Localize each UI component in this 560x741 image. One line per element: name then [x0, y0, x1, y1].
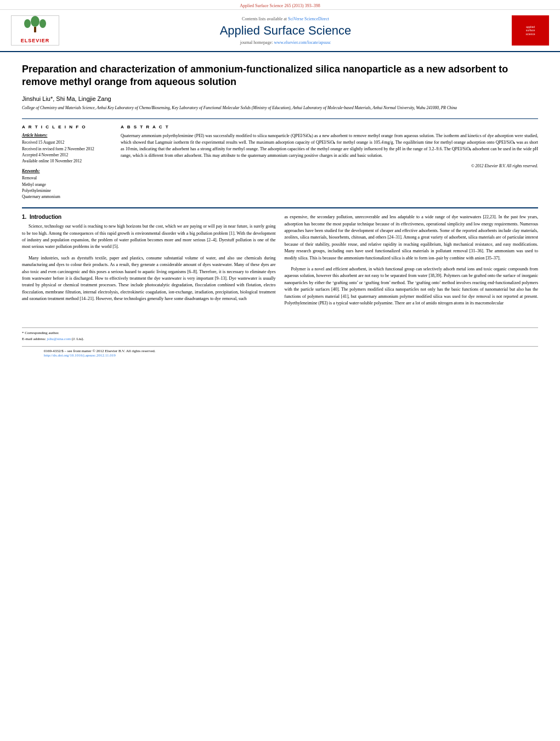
- paper-title: Preparation and characterization of ammo…: [22, 63, 538, 89]
- copyright: © 2012 Elsevier B.V. All rights reserved…: [121, 163, 538, 168]
- journal-logo: applied surface science: [512, 15, 549, 46]
- keywords-label: Keywords:: [22, 168, 110, 173]
- left-column: 1. Introduction Science, technology our …: [22, 214, 276, 311]
- right-para2: Polymer is a novel and efficient adsorbe…: [285, 266, 539, 307]
- elsevier-text: ELSEVIER: [21, 38, 50, 43]
- keywords-section: Keywords: Removal Methyl orange Polyethy…: [22, 168, 110, 200]
- accepted-date: Accepted 4 November 2012: [22, 152, 110, 158]
- abstract-section: A B S T R A C T Quaternary ammonium poly…: [121, 125, 538, 200]
- sciverse-link[interactable]: SciVerse ScienceDirect: [288, 16, 329, 21]
- intro-section-title: 1. Introduction: [22, 214, 276, 220]
- homepage-link[interactable]: www.elsevier.com/locate/apsusc: [274, 40, 331, 45]
- abstract-title: A B S T R A C T: [121, 125, 538, 129]
- elsevier-logo: ELSEVIER: [11, 15, 59, 46]
- journal-reference-bar: Applied Surface Science 265 (2013) 393–3…: [0, 0, 560, 10]
- section-divider: [22, 207, 538, 208]
- right-column: as expensive, the secondary pollution, u…: [285, 214, 539, 311]
- authors: Jinshui Liu*, Shi Ma, Lingjie Zang: [22, 95, 538, 102]
- svg-point-2: [39, 19, 46, 28]
- affiliation: College of Chemistry and Materials Scien…: [22, 105, 538, 111]
- email-label: E-mail address:: [22, 337, 46, 341]
- keyword-4: Quaternary ammonium: [22, 194, 110, 200]
- svg-point-0: [31, 16, 39, 27]
- email-person: (J. Liu).: [72, 337, 84, 341]
- keyword-1: Removal: [22, 175, 110, 181]
- page-footer: 0169-4332/$ – see front matter © 2012 El…: [22, 346, 538, 358]
- journal-ref-text: Applied Surface Science 265 (2013) 393–3…: [240, 3, 320, 8]
- section-number: 1.: [22, 214, 26, 220]
- revised-date: Received in revised form 2 November 2012: [22, 146, 110, 152]
- email-line: E-mail address: jsliu@sina.com (J. Liu).: [22, 336, 538, 342]
- section-label: Introduction: [30, 214, 61, 220]
- star-note: * Corresponding author.: [22, 330, 538, 336]
- intro-para1: Science, technology our world is reachin…: [22, 223, 276, 251]
- journal-title: Applied Surface Science: [65, 24, 506, 38]
- svg-rect-3: [34, 27, 36, 32]
- article-info: A R T I C L E I N F O Article history: R…: [22, 125, 110, 200]
- article-info-title: A R T I C L E I N F O: [22, 125, 110, 129]
- journal-header: ELSEVIER Contents lists available at Sci…: [0, 10, 560, 52]
- info-abstract-section: A R T I C L E I N F O Article history: R…: [22, 118, 538, 200]
- svg-point-1: [24, 19, 31, 28]
- email-link[interactable]: jsliu@sina.com: [47, 337, 71, 341]
- received-date: Received 15 August 2012: [22, 139, 110, 145]
- footnote: * Corresponding author. E-mail address: …: [0, 328, 560, 344]
- paper-content: Preparation and characterization of ammo…: [0, 52, 560, 322]
- history-label: Article history:: [22, 133, 110, 138]
- doi-line: http://dx.doi.org/10.1016/j.apsusc.2012.…: [44, 353, 516, 358]
- journal-logo-text: applied surface science: [526, 25, 535, 36]
- intro-para2: Many industries, such as dyestuffs texti…: [22, 255, 276, 303]
- keyword-2: Methyl orange: [22, 182, 110, 188]
- homepage-line: journal homepage: www.elsevier.com/locat…: [65, 40, 506, 45]
- keyword-3: Polyethylenimine: [22, 188, 110, 194]
- sciverse-line: Contents lists available at SciVerse Sci…: [65, 16, 506, 21]
- issn-line: 0169-4332/$ – see front matter © 2012 El…: [44, 349, 516, 353]
- available-date: Available online 10 November 2012: [22, 158, 110, 164]
- right-para1: as expensive, the secondary pollution, u…: [285, 214, 539, 262]
- abstract-text: Quaternary ammonium polyethylenimine (PE…: [121, 133, 538, 159]
- main-body: 1. Introduction Science, technology our …: [22, 214, 538, 311]
- doi-link[interactable]: http://dx.doi.org/10.1016/j.apsusc.2012.…: [44, 353, 116, 358]
- journal-center-info: Contents lists available at SciVerse Sci…: [65, 16, 506, 45]
